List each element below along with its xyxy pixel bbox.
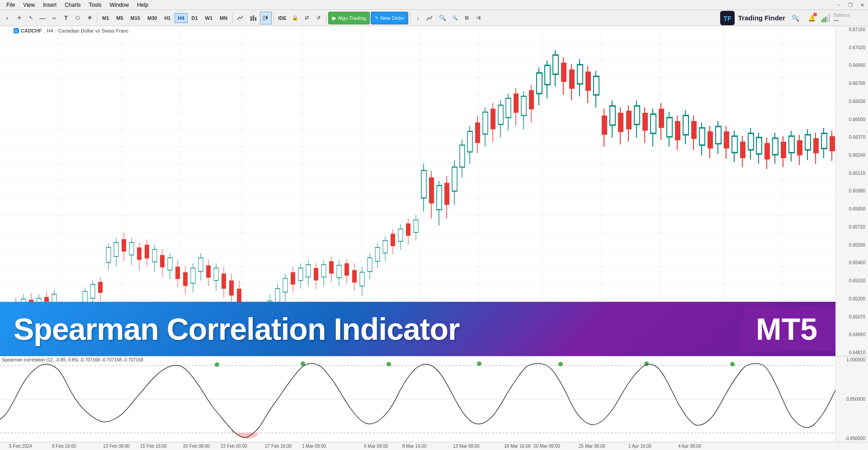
time-axis: 5 Feb 2024 8 Feb 16:00 13 Feb 08:00 15 F…	[0, 442, 868, 450]
svg-rect-151	[429, 178, 434, 204]
restore-button[interactable]: ❐	[844, 0, 856, 10]
svg-rect-179	[537, 73, 542, 94]
shapes-button[interactable]: ⬡	[72, 12, 83, 24]
tf-mn[interactable]: MN	[217, 13, 231, 23]
separator-3	[274, 13, 274, 23]
svg-point-255	[215, 362, 219, 367]
new-order-button[interactable]: ✎ New Order	[371, 12, 408, 24]
lock-button[interactable]: 🔒	[290, 12, 301, 24]
svg-rect-181	[545, 66, 550, 85]
svg-rect-91	[198, 258, 203, 272]
svg-rect-161	[467, 131, 472, 152]
svg-rect-121	[314, 268, 318, 280]
tf-m15[interactable]: M15	[127, 13, 143, 23]
candle-chart-button[interactable]	[260, 12, 272, 24]
time-12: 20 Mar 08:00	[533, 444, 560, 449]
price-7: 0.66240	[837, 153, 867, 158]
zoom-out-button[interactable]: 🔍	[449, 12, 460, 24]
tf-d1[interactable]: D1	[189, 13, 201, 23]
indicator-chart[interactable]: Spearman correlation (12, -0.85, 0.85) -…	[0, 356, 868, 442]
svg-rect-235	[764, 143, 770, 160]
ind-level-1: 1.000000	[837, 357, 867, 362]
line-button[interactable]: —	[37, 12, 48, 24]
arrow-button[interactable]: ↖	[25, 12, 36, 24]
close-button[interactable]: ✕	[856, 0, 868, 10]
line-chart-button[interactable]	[235, 12, 246, 24]
algo-trading-button[interactable]: ▶ Algo Trading	[328, 12, 370, 24]
indicator-banner: Spearman Correlation Indicator MT5	[0, 302, 835, 356]
price-axis: 0.67150 0.67020 0.66890 0.66760 0.66630 …	[835, 26, 868, 356]
svg-rect-227	[732, 136, 737, 153]
time-14: 1 Apr 16:00	[628, 444, 651, 449]
svg-rect-203	[634, 106, 640, 124]
price-8: 0.66110	[837, 171, 867, 176]
main-chart[interactable]: C CADCHF, H4: Canadian Dollar vs Swiss F…	[0, 26, 868, 356]
svg-rect-97	[222, 274, 226, 289]
svg-rect-73	[129, 243, 134, 255]
menu-insert[interactable]: Insert	[39, 1, 60, 9]
svg-rect-231	[748, 133, 754, 150]
minimize-button[interactable]: −	[833, 0, 844, 10]
svg-rect-147	[414, 220, 418, 232]
chart-description: Canadian Dollar vs Swiss Franc	[58, 28, 129, 33]
time-11: 18 Mar 16:00	[504, 444, 531, 449]
chart-area-button[interactable]	[424, 12, 436, 24]
tf-h4[interactable]: H4	[175, 13, 187, 23]
tf-m5[interactable]: M5	[113, 13, 126, 23]
arrows-button[interactable]: ⇄	[302, 12, 312, 24]
algo-trading-label: Algo Trading	[338, 15, 366, 21]
price-17: 0.64940	[837, 332, 867, 337]
menu-window[interactable]: Window	[106, 1, 133, 9]
refresh-button[interactable]: ↺	[313, 12, 324, 24]
tf-m30[interactable]: M30	[144, 13, 160, 23]
menubar: File View Insert Charts Tools Window Hel…	[0, 0, 868, 10]
svg-rect-225	[724, 131, 729, 149]
svg-rect-245	[805, 135, 811, 150]
indicator-wave	[0, 356, 835, 442]
menu-help[interactable]: Help	[133, 1, 152, 9]
separator-4	[326, 13, 326, 23]
time-10: 13 Mar 08:00	[453, 444, 480, 449]
grid-button[interactable]: ⊞	[461, 12, 472, 24]
zoom-in-button[interactable]: 🔍	[437, 12, 448, 24]
svg-rect-141	[391, 234, 395, 246]
banner-badge: MT5	[738, 307, 835, 351]
svg-rect-117	[298, 268, 303, 280]
text-button[interactable]: T	[61, 12, 71, 24]
menu-file[interactable]: File	[3, 1, 19, 9]
hline-button[interactable]: ═	[49, 12, 60, 24]
svg-rect-219	[699, 128, 705, 145]
svg-rect-145	[406, 223, 410, 235]
time-15: 4 Apr 08:00	[678, 444, 701, 449]
price-9: 0.65980	[837, 188, 867, 193]
bar-chart-button[interactable]	[247, 12, 259, 24]
signal-bars	[821, 14, 830, 22]
menu-charts[interactable]: Charts	[61, 1, 84, 9]
svg-rect-4	[263, 17, 265, 19]
fib-button[interactable]: ✥	[84, 12, 95, 24]
svg-rect-169	[498, 105, 503, 125]
svg-rect-221	[708, 131, 713, 149]
symbol-name: CADCHF	[21, 28, 42, 33]
menu-tools[interactable]: Tools	[85, 1, 105, 9]
notification-icon-button[interactable]: 🔔 !	[805, 12, 818, 24]
crosshair-button[interactable]: ✛	[14, 12, 24, 24]
window-controls: − ❐ ✕	[833, 0, 868, 10]
separator-1	[97, 13, 97, 23]
svg-rect-159	[460, 145, 465, 167]
svg-rect-99	[229, 281, 234, 295]
svg-rect-67	[106, 248, 111, 262]
new-chart-button[interactable]: +	[2, 12, 13, 24]
depth-button[interactable]: ↕	[412, 12, 423, 24]
svg-rect-249	[821, 133, 827, 148]
svg-rect-197	[610, 106, 615, 125]
ide-button[interactable]: IDE	[276, 12, 288, 24]
price-5: 0.66500	[837, 117, 867, 122]
scroll-right-button[interactable]: ⇉	[473, 12, 484, 24]
search-icon-button[interactable]: 🔍	[789, 12, 802, 24]
indicator-price-axis: 1.000000 0.850000 -0.850000	[835, 356, 868, 442]
tf-m1[interactable]: M1	[99, 13, 112, 23]
tf-w1[interactable]: W1	[202, 13, 216, 23]
tf-h1[interactable]: H1	[161, 13, 174, 23]
menu-view[interactable]: View	[19, 1, 38, 9]
